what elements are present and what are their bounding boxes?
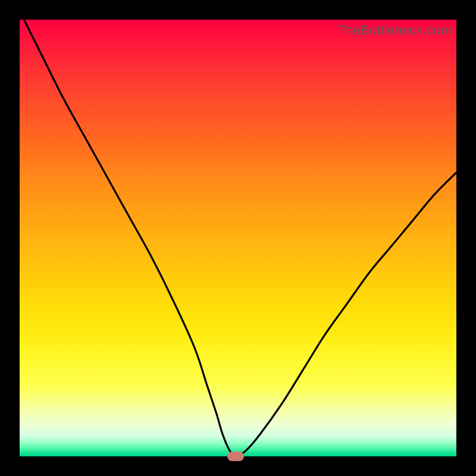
curve-layer	[20, 20, 456, 456]
chart-frame: TheBottleneck.com	[0, 0, 476, 476]
optimum-marker	[227, 452, 244, 461]
plot-area: TheBottleneck.com	[20, 20, 456, 456]
bottleneck-curve	[24, 20, 456, 456]
